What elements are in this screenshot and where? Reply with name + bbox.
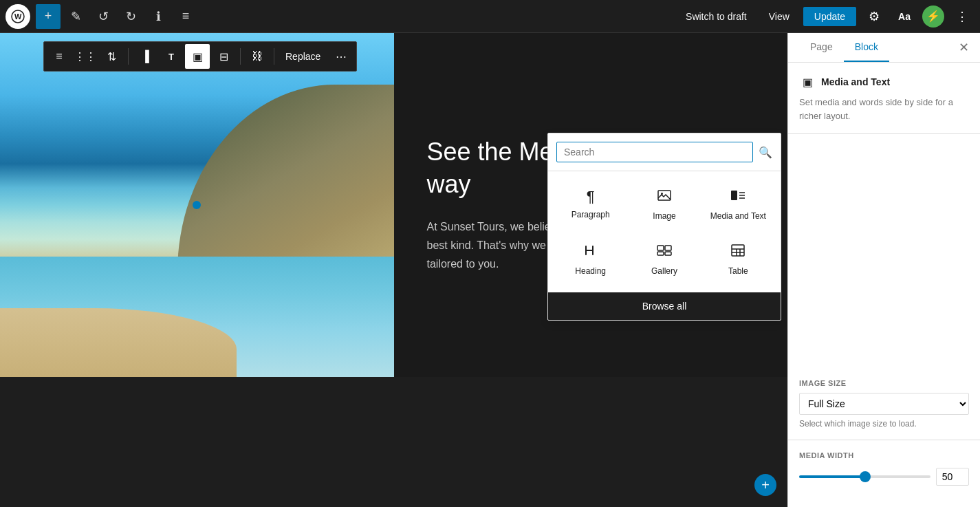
switch-draft-button[interactable]: Switch to draft — [677, 7, 755, 26]
media-side — [0, 33, 394, 377]
view-button[interactable]: View — [761, 7, 798, 26]
add-block-button[interactable]: + — [36, 4, 61, 29]
media-width-value-input[interactable] — [936, 468, 969, 486]
image-icon — [657, 188, 672, 207]
heading-label: Heading — [575, 266, 606, 276]
tab-page[interactable]: Page — [799, 33, 844, 62]
more-options-button[interactable]: ⋮ — [950, 4, 974, 29]
inserter-item-heading[interactable]: Heading — [556, 235, 624, 284]
update-button[interactable]: Update — [803, 7, 856, 26]
align-wide-button[interactable]: ⊟ — [211, 44, 236, 69]
panel-tabs: Page Block ✕ — [788, 33, 980, 63]
move-up-down-button[interactable]: ⇅ — [99, 44, 124, 69]
link-button[interactable]: ⛓ — [245, 44, 270, 69]
top-bar-right: Switch to draft View Update ⚙ Aa ⚡ ⋮ — [677, 4, 974, 29]
tab-block[interactable]: Block — [844, 33, 889, 62]
top-toolbar: W + ✎ ↺ ↻ ℹ ≡ Switch to draft View Updat… — [0, 0, 980, 33]
block-toolbar: ≡ ⋮⋮ ⇅ ▐ T ▣ ⊟ ⛓ Replace ⋯ — [43, 41, 357, 72]
redo-button[interactable]: ↻ — [118, 4, 143, 29]
undo-button[interactable]: ↺ — [91, 4, 116, 29]
svg-text:W: W — [14, 12, 22, 21]
image-size-section: IMAGE SIZE ThumbnailMediumLargeFull Size… — [788, 368, 980, 440]
media-text-icon — [730, 188, 745, 207]
settings-button[interactable]: ⚙ — [862, 4, 886, 29]
search-icon-button[interactable]: 🔍 — [759, 146, 772, 159]
inserter-grid-wrap: ¶ Paragraph Image Media and Text — [548, 171, 781, 292]
svg-rect-9 — [665, 246, 671, 250]
gallery-label: Gallery — [651, 266, 677, 276]
divider-2 — [240, 48, 241, 65]
inserter-item-image[interactable]: Image — [630, 180, 698, 229]
svg-rect-12 — [732, 245, 744, 256]
image-size-select[interactable]: ThumbnailMediumLargeFull Size — [799, 393, 969, 415]
media-text-label: Media and Text — [710, 211, 766, 221]
block-info-description: Set media and words side by side for a r… — [799, 96, 969, 122]
inserter-search-area: 🔍 — [548, 133, 781, 171]
info-button[interactable]: ℹ — [146, 4, 171, 29]
block-list-icon-button[interactable]: ≡ — [47, 44, 72, 69]
media-width-label: MEDIA WIDTH — [799, 451, 969, 460]
inserter-item-paragraph[interactable]: ¶ Paragraph — [556, 180, 624, 229]
divider-3 — [274, 48, 274, 65]
more-block-options-button[interactable]: ⋯ — [329, 44, 353, 69]
media-width-section: MEDIA WIDTH — [788, 440, 980, 497]
add-block-floating-button[interactable]: + — [754, 474, 776, 496]
block-inserter-popup: 🔍 ¶ Paragraph Image — [547, 133, 781, 321]
align-center-text-button[interactable]: T — [159, 44, 184, 69]
lightning-button[interactable]: ⚡ — [922, 6, 944, 28]
gallery-icon — [657, 243, 672, 262]
slider-row — [799, 468, 969, 486]
svg-rect-11 — [665, 252, 671, 255]
list-view-button[interactable]: ≡ — [173, 4, 198, 29]
right-panel: Page Block ✕ ▣ Media and Text Set media … — [787, 33, 980, 507]
table-label: Table — [728, 266, 748, 276]
divider-1 — [128, 48, 129, 65]
heading-icon — [583, 243, 598, 262]
wp-logo: W — [6, 4, 30, 29]
main-area: See the Mediterranean your way At Sunset… — [0, 33, 980, 507]
block-info-icon: ▣ — [799, 74, 816, 90]
svg-rect-8 — [657, 246, 664, 250]
block-info-title: Media and Text — [821, 76, 890, 87]
inserter-item-gallery[interactable]: Gallery — [630, 235, 698, 284]
table-icon — [730, 243, 745, 262]
image-label: Image — [653, 211, 675, 221]
image-size-label: IMAGE SIZE — [799, 379, 969, 387]
paragraph-label: Paragraph — [571, 210, 610, 219]
paragraph-icon: ¶ — [587, 188, 595, 206]
svg-rect-4 — [731, 191, 737, 200]
block-info-header: ▣ Media and Text — [799, 74, 969, 90]
image-size-description: Select which image size to load. — [799, 419, 969, 429]
edit-button[interactable]: ✎ — [63, 4, 88, 29]
block-info: ▣ Media and Text Set media and words sid… — [788, 63, 980, 134]
inserter-item-table[interactable]: Table — [704, 235, 772, 284]
panel-close-button[interactable]: ✕ — [959, 33, 969, 62]
inserter-item-media-text[interactable]: Media and Text — [704, 180, 772, 229]
svg-rect-10 — [657, 252, 664, 255]
inserter-search-input[interactable] — [556, 142, 753, 162]
browse-all-button[interactable]: Browse all — [548, 292, 781, 320]
resize-handle[interactable] — [193, 201, 201, 209]
inserter-grid: ¶ Paragraph Image Media and Text — [548, 171, 781, 292]
align-full-button[interactable]: ▣ — [185, 44, 210, 69]
replace-button[interactable]: Replace — [279, 48, 327, 65]
media-width-slider[interactable] — [799, 475, 930, 478]
align-left-button[interactable]: ▐ — [133, 44, 157, 69]
drag-handle-button[interactable]: ⋮⋮ — [73, 44, 98, 69]
font-button[interactable]: Aa — [892, 4, 917, 29]
